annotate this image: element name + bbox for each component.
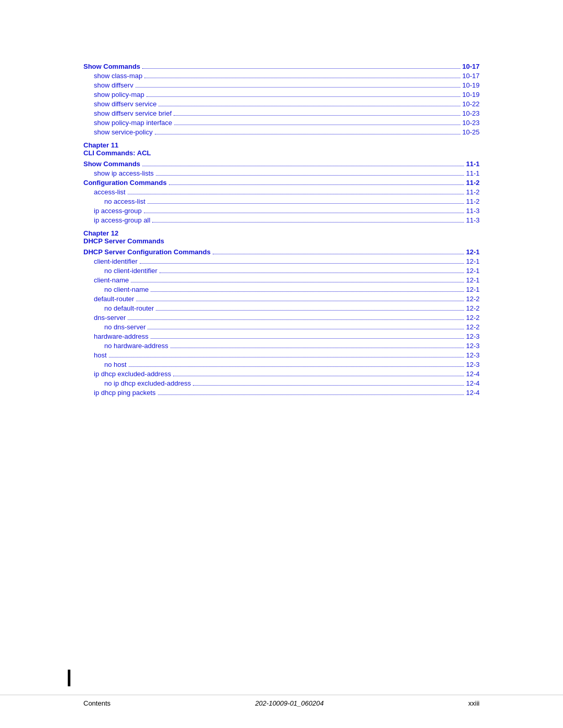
toc-entry[interactable]: show service-policy 10-25 xyxy=(83,128,480,136)
toc-label: show diffserv service xyxy=(94,100,156,108)
toc-entry[interactable]: show policy-map 10-19 xyxy=(83,91,480,98)
toc-label: hardware-address xyxy=(94,332,149,340)
toc-page: 12-4 xyxy=(466,389,480,397)
toc-entry[interactable]: show ip access-lists 11-1 xyxy=(83,169,480,177)
toc-page: 12-2 xyxy=(466,314,480,322)
toc-page: 11-2 xyxy=(466,188,480,196)
toc-dots xyxy=(136,87,460,88)
toc-label: ip access-group all xyxy=(94,216,150,224)
toc-label: DHCP Server Configuration Commands xyxy=(83,248,211,256)
toc-entry[interactable]: ip access-group all 11-3 xyxy=(83,216,480,224)
toc-label: show policy-map interface xyxy=(94,119,172,127)
toc-label: show ip access-lists xyxy=(94,169,154,177)
toc-label: no client-identifier xyxy=(104,267,157,275)
toc-label: ip dhcp excluded-address xyxy=(94,370,171,378)
toc-dots xyxy=(193,385,464,386)
toc-entry[interactable]: Configuration Commands 11-2 xyxy=(83,179,480,187)
toc-dots xyxy=(140,263,464,264)
toc-entry[interactable]: no hardware-address 12-3 xyxy=(83,342,480,350)
toc-entry[interactable]: dns-server 12-2 xyxy=(83,314,480,322)
toc-entry[interactable]: DHCP Server Configuration Commands 12-1 xyxy=(83,248,480,256)
toc-dots xyxy=(160,273,464,273)
toc-page: 11-3 xyxy=(466,216,480,224)
toc-page: 10-19 xyxy=(462,91,480,98)
toc-page: 10-17 xyxy=(462,72,480,80)
toc-label: ip access-group xyxy=(94,207,142,215)
toc-page: 11-1 xyxy=(466,160,480,168)
toc-entry[interactable]: host 12-3 xyxy=(83,351,480,359)
toc-label: show diffserv xyxy=(94,81,133,89)
toc-page: 12-4 xyxy=(466,370,480,378)
toc-entry[interactable]: hardware-address 12-3 xyxy=(83,332,480,340)
toc-label: client-name xyxy=(94,276,129,284)
toc-entry[interactable]: ip dhcp ping packets 12-4 xyxy=(83,389,480,397)
toc-label: Configuration Commands xyxy=(83,179,167,187)
chapter-title: DHCP Server Commands xyxy=(83,237,480,245)
toc-page: 10-19 xyxy=(462,81,480,89)
toc-label: no host xyxy=(104,361,127,368)
toc-label: no hardware-address xyxy=(104,342,168,350)
toc-page: 10-23 xyxy=(462,109,480,117)
toc-page: 12-2 xyxy=(466,304,480,312)
toc-page: 12-1 xyxy=(466,276,480,284)
toc-entry[interactable]: show policy-map interface 10-23 xyxy=(83,119,480,127)
toc-entry[interactable]: Show Commands 11-1 xyxy=(83,160,480,168)
toc-entry[interactable]: no access-list 11-2 xyxy=(83,198,480,205)
toc-entry[interactable]: no default-router 12-2 xyxy=(83,304,480,312)
toc-dots xyxy=(148,203,464,204)
toc-dots xyxy=(131,282,464,282)
toc-page: 12-3 xyxy=(466,361,480,368)
toc-entry[interactable]: no client-name 12-1 xyxy=(83,286,480,293)
toc-dots xyxy=(156,175,464,176)
toc-label: host xyxy=(94,351,107,359)
toc-page: 12-3 xyxy=(466,342,480,350)
toc-label: access-list xyxy=(94,188,126,196)
toc-label: no dns-server xyxy=(104,323,145,331)
toc-page: 12-2 xyxy=(466,295,480,303)
toc-dots xyxy=(142,68,460,69)
toc-entry[interactable]: client-identifier 12-1 xyxy=(83,257,480,265)
toc-label: no ip dhcp excluded-address xyxy=(104,379,191,387)
toc-container: Show Commands 10-17 show class-map 10-17… xyxy=(83,63,480,397)
toc-entry[interactable]: no dns-server 12-2 xyxy=(83,323,480,331)
toc-label: show service-policy xyxy=(94,128,153,136)
toc-entry[interactable]: Show Commands 10-17 xyxy=(83,63,480,70)
toc-page: 12-1 xyxy=(466,286,480,293)
toc-page: 12-2 xyxy=(466,323,480,331)
toc-entry[interactable]: show diffserv service 10-22 xyxy=(83,100,480,108)
toc-entry[interactable]: default-router 12-2 xyxy=(83,295,480,303)
toc-dots xyxy=(170,348,464,348)
toc-entry[interactable]: access-list 11-2 xyxy=(83,188,480,196)
footer-bar xyxy=(68,670,70,686)
toc-entry[interactable]: show class-map 10-17 xyxy=(83,72,480,80)
toc-label: show diffserv service brief xyxy=(94,109,172,117)
toc-dots xyxy=(174,125,460,125)
toc-entry[interactable]: no host 12-3 xyxy=(83,361,480,368)
toc-dots xyxy=(173,376,464,376)
toc-label: dns-server xyxy=(94,314,126,322)
toc-dots xyxy=(128,194,464,194)
toc-entry[interactable]: show diffserv 10-19 xyxy=(83,81,480,89)
toc-entry[interactable]: ip access-group 11-3 xyxy=(83,207,480,215)
chapter-label: Chapter 12 xyxy=(83,229,480,237)
toc-dots xyxy=(169,184,464,185)
toc-dots xyxy=(152,222,464,223)
toc-page: 12-1 xyxy=(466,248,480,256)
toc-label: default-router xyxy=(94,295,134,303)
toc-label: show class-map xyxy=(94,72,142,80)
toc-page: 12-1 xyxy=(466,257,480,265)
toc-entry[interactable]: client-name 12-1 xyxy=(83,276,480,284)
toc-entry[interactable]: no ip dhcp excluded-address 12-4 xyxy=(83,379,480,387)
footer-left: Contents xyxy=(83,699,111,707)
toc-page: 12-4 xyxy=(466,379,480,387)
toc-dots xyxy=(151,338,464,339)
toc-label: no default-router xyxy=(104,304,154,312)
toc-entry[interactable]: ip dhcp excluded-address 12-4 xyxy=(83,370,480,378)
toc-page: 10-17 xyxy=(462,63,480,70)
toc-label: show policy-map xyxy=(94,91,144,98)
toc-dots xyxy=(144,78,460,78)
toc-dots xyxy=(213,254,464,254)
toc-entry[interactable]: show diffserv service brief 10-23 xyxy=(83,109,480,117)
toc-dots xyxy=(156,310,464,311)
toc-entry[interactable]: no client-identifier 12-1 xyxy=(83,267,480,275)
